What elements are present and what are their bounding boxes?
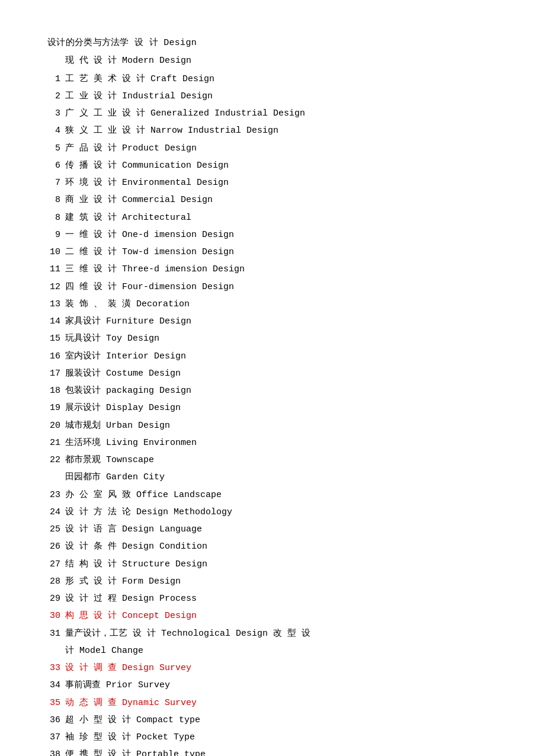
list-item: 28形 式 设 计 Form Design: [47, 574, 498, 590]
item-content: 办 公 室 风 致 Office Landscape: [65, 488, 498, 503]
item-number: 31: [47, 626, 65, 642]
item-number: 16: [47, 349, 65, 364]
items-list: 1工 艺 美 术 设 计 Craft Design2工 业 设 计 Indust…: [47, 72, 498, 757]
item-number: [47, 470, 65, 485]
item-content: 建 筑 设 计 Architectural: [65, 210, 498, 226]
list-item: 36超 小 型 设 计 Compact type: [47, 713, 498, 728]
item-number: 22: [47, 453, 65, 468]
item-number: 3: [47, 106, 65, 121]
list-item: 11三 维 设 计 Three-d imension Design: [47, 262, 498, 277]
item-content: 设 计 方 法 论 Design Methodology: [65, 505, 498, 520]
item-content: 商 业 设 计 Commercial Design: [65, 193, 498, 208]
item-content: 超 小 型 设 计 Compact type: [65, 713, 498, 728]
item-content: 家具设计 Furniture Design: [65, 314, 498, 329]
list-item: 30构 思 设 计 Concept Design: [47, 608, 498, 624]
sub-header: 现 代 设 计 Modern Design: [47, 53, 498, 69]
item-content: 环 境 设 计 Environmental Design: [65, 175, 498, 191]
item-content: 田园都市 Garden City: [65, 470, 498, 485]
item-number: 19: [47, 401, 65, 416]
item-number: 27: [47, 557, 65, 572]
item-number: 13: [47, 297, 65, 312]
list-item: 38便 携 型 设 计 Portable type: [47, 747, 498, 756]
item-content: 工 业 设 计 Industrial Design: [65, 89, 498, 104]
item-number: 36: [47, 713, 65, 728]
item-number: 17: [47, 366, 65, 382]
list-item: 16室内设计 Interior Design: [47, 349, 498, 364]
item-number: 1: [47, 72, 65, 87]
item-content: 三 维 设 计 Three-d imension Design: [65, 262, 498, 277]
item-content: 产 品 设 计 Product Design: [65, 141, 498, 156]
list-item: 17服装设计 Costume Design: [47, 366, 498, 382]
list-item: 15玩具设计 Toy Design: [47, 331, 498, 347]
list-item: 12四 维 设 计 Four-dimension Design: [47, 280, 498, 295]
item-content: 设 计 过 程 Design Process: [65, 591, 498, 607]
item-number: 10: [47, 245, 65, 260]
item-number: 4: [47, 123, 65, 139]
list-item: 1工 艺 美 术 设 计 Craft Design: [47, 72, 498, 87]
list-item: 9一 维 设 计 One-d imension Design: [47, 228, 498, 243]
item-number: 38: [47, 747, 65, 756]
item-number: 29: [47, 591, 65, 607]
item-content: 四 维 设 计 Four-dimension Design: [65, 280, 498, 295]
list-item: 8 建 筑 设 计 Architectural: [47, 210, 498, 226]
item-number: 37: [47, 730, 65, 745]
item-number: 26: [47, 539, 65, 555]
item-content: 二 维 设 计 Tow-d imension Design: [65, 245, 498, 260]
item-number: 8: [47, 193, 65, 208]
item-content: 计 Model Change: [65, 643, 498, 659]
list-item: 24设 计 方 法 论 Design Methodology: [47, 505, 498, 520]
item-content: 一 维 设 计 One-d imension Design: [65, 228, 498, 243]
list-item: 34事前调查 Prior Survey: [47, 678, 498, 693]
item-number: 20: [47, 418, 65, 434]
list-item: 31量产设计，工艺 设 计 Technological Design 改 型 设: [47, 626, 498, 642]
item-content: 设 计 条 件 Design Condition: [65, 539, 498, 555]
list-item: 22都市景观 Townscape: [47, 453, 498, 468]
item-content: 构 思 设 计 Concept Design: [65, 608, 498, 624]
item-content: 玩具设计 Toy Design: [65, 331, 498, 347]
item-number: 24: [47, 505, 65, 520]
item-content: 事前调查 Prior Survey: [65, 678, 498, 693]
item-number: 21: [47, 435, 65, 451]
item-content: 动 态 调 查 Dynamic Survey: [65, 696, 498, 711]
item-number: [47, 643, 65, 659]
list-item: 3广 义 工 业 设 计 Generalized Industrial Desi…: [47, 106, 498, 121]
item-number: 12: [47, 280, 65, 295]
item-number: 14: [47, 314, 65, 329]
item-number: 9: [47, 228, 65, 243]
item-content: 装 饰 、 装 潢 Decoration: [65, 297, 498, 312]
list-item: 田园都市 Garden City: [47, 470, 498, 485]
item-content: 工 艺 美 术 设 计 Craft Design: [65, 72, 498, 87]
list-item: 26设 计 条 件 Design Condition: [47, 539, 498, 555]
item-content: 量产设计，工艺 设 计 Technological Design 改 型 设: [65, 626, 498, 642]
list-item: 4狭 义 工 业 设 计 Narrow Industrial Design: [47, 123, 498, 139]
item-number: 28: [47, 574, 65, 590]
item-content: 便 携 型 设 计 Portable type: [65, 747, 498, 756]
item-number: 18: [47, 383, 65, 399]
item-number: 5: [47, 141, 65, 156]
item-content: 城市规划 Urban Design: [65, 418, 498, 434]
list-item: 5产 品 设 计 Product Design: [47, 141, 498, 156]
item-content: 展示设计 Display Design: [65, 401, 498, 416]
item-number: 2: [47, 89, 65, 104]
item-number: 15: [47, 331, 65, 347]
item-number: 30: [47, 608, 65, 624]
item-content: 生活环境 Living Environmen: [65, 435, 498, 451]
item-content: 形 式 设 计 Form Design: [65, 574, 498, 590]
item-content: 袖 珍 型 设 计 Pocket Type: [65, 730, 498, 745]
list-item: 27结 构 设 计 Structure Design: [47, 557, 498, 572]
item-content: 设 计 语 言 Design Language: [65, 522, 498, 537]
list-item: 7环 境 设 计 Environmental Design: [47, 175, 498, 191]
list-item: 8商 业 设 计 Commercial Design: [47, 193, 498, 208]
list-item: 10二 维 设 计 Tow-d imension Design: [47, 245, 498, 260]
list-item: 2工 业 设 计 Industrial Design: [47, 89, 498, 104]
item-content: 广 义 工 业 设 计 Generalized Industrial Desig…: [65, 106, 498, 121]
list-item: 计 Model Change: [47, 643, 498, 659]
item-number: 35: [47, 696, 65, 711]
list-item: 13装 饰 、 装 潢 Decoration: [47, 297, 498, 312]
item-content: 狭 义 工 业 设 计 Narrow Industrial Design: [65, 123, 498, 139]
item-content: 传 播 设 计 Communication Design: [65, 158, 498, 174]
item-content: 设 计 调 查 Design Survey: [65, 661, 498, 676]
item-content: 都市景观 Townscape: [65, 453, 498, 468]
list-item: 33设 计 调 查 Design Survey: [47, 661, 498, 676]
item-content: 服装设计 Costume Design: [65, 366, 498, 382]
